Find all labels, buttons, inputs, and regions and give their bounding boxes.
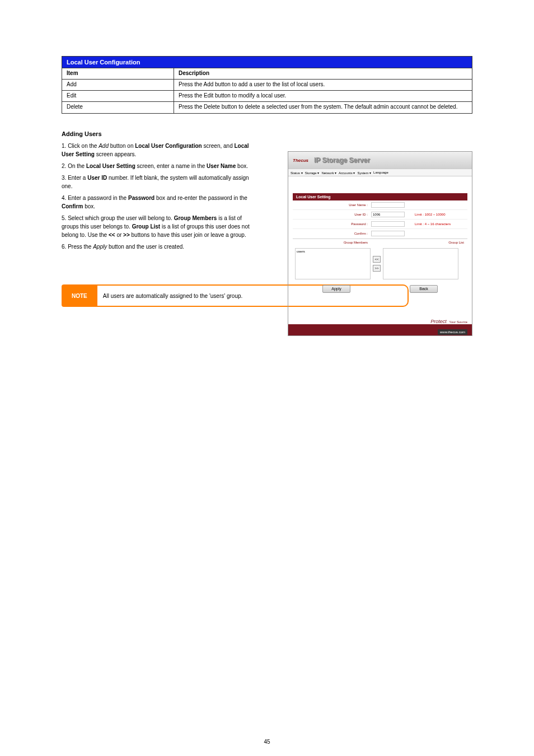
ss-menu-item[interactable]: System ▾ xyxy=(357,171,371,175)
body-paragraph: 5. Select which group the user will belo… xyxy=(62,214,255,239)
ss-menu-item[interactable]: Status ▾ xyxy=(291,171,303,175)
ss-menu-item[interactable]: Accounts ▾ xyxy=(339,171,355,175)
ss-confirm-label: Confirm : xyxy=(293,232,371,235)
table-header: Local User Configuration xyxy=(62,57,472,68)
ss-userid-label: User ID : xyxy=(293,213,371,216)
note-label: NOTE xyxy=(62,284,97,307)
ss-form-row: Password : Limit : 4 ~ 16 characters xyxy=(293,220,467,229)
ss-move-left-button[interactable]: << xyxy=(373,256,381,263)
ss-password-hint: Limit : 4 ~ 16 characters xyxy=(415,222,451,226)
ss-group-members-label: Group Members xyxy=(293,239,371,246)
embedded-screenshot: Thecus IP Storage Server Status ▾ Storag… xyxy=(288,151,472,336)
cell-desc: Press the Edit button to modify a local … xyxy=(174,91,472,101)
ss-username-input[interactable] xyxy=(371,202,405,208)
section-heading: Adding Users xyxy=(62,130,472,137)
ss-group-list[interactable] xyxy=(383,248,458,279)
ss-logo: Thecus xyxy=(293,158,308,163)
ss-confirm-input[interactable] xyxy=(371,231,405,236)
ss-move-right-button[interactable]: >> xyxy=(373,265,381,272)
ss-header: Thecus IP Storage Server xyxy=(288,152,472,169)
body-paragraph: 2. On the Local User Setting screen, ent… xyxy=(62,162,255,170)
table-row: Item Description xyxy=(62,68,472,80)
cell-item: Add xyxy=(62,80,174,90)
ss-button-row: Apply Back xyxy=(293,282,467,296)
cell-desc: Press the Delete button to delete a sele… xyxy=(174,102,472,113)
table-row: Delete Press the Delete button to delete… xyxy=(62,102,472,113)
page-number: 45 xyxy=(264,739,270,745)
table-row: Edit Press the Edit button to modify a l… xyxy=(62,91,472,102)
ss-password-label: Password : xyxy=(293,222,371,226)
ss-username-label: User Name : xyxy=(293,203,371,207)
config-table: Local User Configuration Item Descriptio… xyxy=(62,56,472,114)
body-paragraph: 4. Enter a password in the Password box … xyxy=(62,194,255,211)
cell-item: Edit xyxy=(62,91,174,101)
ss-footer: Protect Your Source www.thecus.com xyxy=(288,313,472,335)
ss-menu: Status ▾ Storage ▾ Network ▾ Accounts ▾ … xyxy=(288,169,472,176)
ss-back-button[interactable]: Back xyxy=(410,285,438,293)
ss-group-headers: Group Members Group List xyxy=(293,239,467,246)
table-row: Add Press the Add button to add a user t… xyxy=(62,80,472,91)
body-paragraph: 3. Enter a User ID number. If left blank… xyxy=(62,174,255,190)
ss-footer-url: www.thecus.com xyxy=(438,329,467,335)
ss-group-list-label: Group List xyxy=(371,239,467,246)
ss-apply-button[interactable]: Apply xyxy=(322,285,350,293)
ss-listbox-row: users << >> xyxy=(293,246,467,282)
ss-form-row: Confirm : xyxy=(293,229,467,239)
ss-password-input[interactable] xyxy=(371,221,405,227)
ss-group-members-list[interactable]: users xyxy=(295,248,371,279)
cell-item-header: Item xyxy=(62,68,174,79)
ss-panel-header: Local User Setting xyxy=(293,193,467,200)
ss-userid-hint: Limit : 1002 ~ 10000 xyxy=(415,213,446,216)
ss-menu-item[interactable]: Language xyxy=(373,171,388,174)
ss-title: IP Storage Server xyxy=(314,156,370,164)
cell-desc-header: Description xyxy=(174,68,472,79)
ss-footer-brand: Protect xyxy=(430,319,447,324)
body-paragraph: 1. Click on the Add button on Local User… xyxy=(62,142,255,158)
cell-desc: Press the Add button to add a user to th… xyxy=(174,80,472,90)
ss-form-row: User ID : Limit : 1002 ~ 10000 xyxy=(293,210,467,220)
cell-item: Delete xyxy=(62,102,174,113)
ss-menu-item[interactable]: Storage ▾ xyxy=(305,171,320,175)
ss-menu-item[interactable]: Network ▾ xyxy=(321,171,336,175)
ss-form-row: User Name : xyxy=(293,200,467,210)
ss-userid-input[interactable] xyxy=(371,212,405,217)
